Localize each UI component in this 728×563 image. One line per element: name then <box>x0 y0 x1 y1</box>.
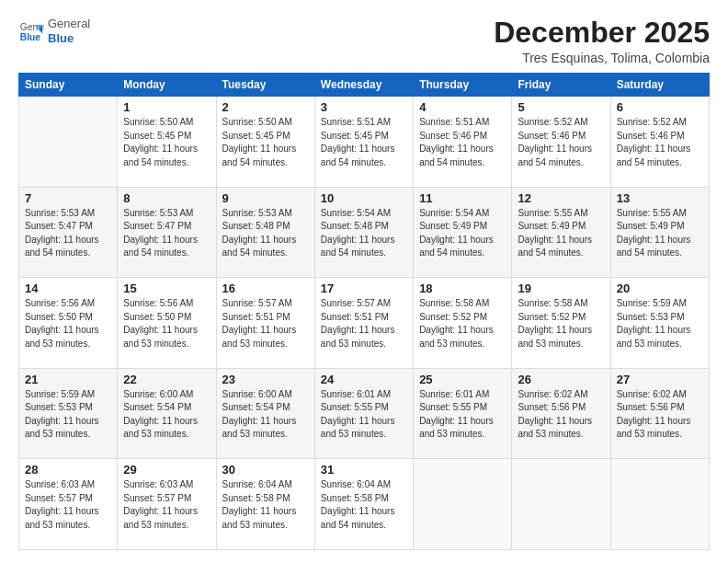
day-cell: 17Sunrise: 5:57 AMSunset: 5:51 PMDayligh… <box>314 278 413 369</box>
col-header-friday: Friday <box>512 74 610 97</box>
day-number: 31 <box>321 463 407 477</box>
week-row-4: 21Sunrise: 5:59 AMSunset: 5:53 PMDayligh… <box>19 368 710 459</box>
day-info: Sunrise: 6:02 AMSunset: 5:56 PMDaylight:… <box>518 388 604 442</box>
day-info: Sunrise: 5:58 AMSunset: 5:52 PMDaylight:… <box>518 297 604 350</box>
day-cell: 30Sunrise: 6:04 AMSunset: 5:58 PMDayligh… <box>216 459 314 550</box>
logo-text: General Blue <box>48 17 90 45</box>
day-info: Sunrise: 5:56 AMSunset: 5:50 PMDaylight:… <box>25 297 111 350</box>
day-cell: 25Sunrise: 6:01 AMSunset: 5:55 PMDayligh… <box>414 368 512 459</box>
day-number: 17 <box>321 282 407 295</box>
day-cell: 26Sunrise: 6:02 AMSunset: 5:56 PMDayligh… <box>512 368 610 459</box>
day-info: Sunrise: 6:02 AMSunset: 5:56 PMDaylight:… <box>617 388 703 442</box>
day-number: 18 <box>419 282 506 295</box>
day-number: 30 <box>222 463 309 477</box>
day-info: Sunrise: 5:51 AMSunset: 5:46 PMDaylight:… <box>419 116 506 169</box>
day-info: Sunrise: 5:57 AMSunset: 5:51 PMDaylight:… <box>321 297 407 350</box>
day-info: Sunrise: 6:04 AMSunset: 5:58 PMDaylight:… <box>222 478 309 532</box>
day-cell: 6Sunrise: 5:52 AMSunset: 5:46 PMDaylight… <box>610 97 709 188</box>
day-cell: 19Sunrise: 5:58 AMSunset: 5:52 PMDayligh… <box>512 278 610 369</box>
day-cell: 29Sunrise: 6:03 AMSunset: 5:57 PMDayligh… <box>118 459 216 550</box>
header: General Blue General Blue December 2025 … <box>18 17 710 65</box>
day-number: 26 <box>518 373 604 386</box>
day-number: 9 <box>222 191 309 205</box>
day-number: 21 <box>25 373 111 386</box>
day-number: 1 <box>123 100 210 114</box>
day-number: 2 <box>222 100 309 114</box>
day-number: 4 <box>419 100 506 114</box>
week-row-5: 28Sunrise: 6:03 AMSunset: 5:57 PMDayligh… <box>19 459 710 550</box>
day-number: 3 <box>321 100 407 114</box>
calendar-table: SundayMondayTuesdayWednesdayThursdayFrid… <box>18 73 710 550</box>
day-cell: 18Sunrise: 5:58 AMSunset: 5:52 PMDayligh… <box>414 278 512 369</box>
day-cell: 4Sunrise: 5:51 AMSunset: 5:46 PMDaylight… <box>414 97 512 188</box>
day-cell: 15Sunrise: 5:56 AMSunset: 5:50 PMDayligh… <box>118 278 216 369</box>
day-info: Sunrise: 6:03 AMSunset: 5:57 PMDaylight:… <box>25 478 111 532</box>
day-info: Sunrise: 5:50 AMSunset: 5:45 PMDaylight:… <box>123 116 210 169</box>
col-header-sunday: Sunday <box>19 74 118 97</box>
day-number: 19 <box>518 282 604 295</box>
col-header-wednesday: Wednesday <box>314 74 413 97</box>
day-number: 16 <box>222 282 309 295</box>
day-number: 15 <box>123 282 210 295</box>
day-cell: 24Sunrise: 6:01 AMSunset: 5:55 PMDayligh… <box>314 368 413 459</box>
day-cell: 22Sunrise: 6:00 AMSunset: 5:54 PMDayligh… <box>118 368 216 459</box>
day-info: Sunrise: 5:55 AMSunset: 5:49 PMDaylight:… <box>617 207 703 260</box>
day-number: 8 <box>123 191 210 205</box>
day-number: 29 <box>123 463 210 477</box>
col-header-thursday: Thursday <box>414 74 512 97</box>
col-header-saturday: Saturday <box>610 74 709 97</box>
day-number: 28 <box>25 463 111 477</box>
day-info: Sunrise: 5:53 AMSunset: 5:48 PMDaylight:… <box>222 207 309 260</box>
day-cell <box>19 97 118 188</box>
day-cell: 9Sunrise: 5:53 AMSunset: 5:48 PMDaylight… <box>216 187 314 278</box>
week-row-2: 7Sunrise: 5:53 AMSunset: 5:47 PMDaylight… <box>19 187 710 278</box>
day-number: 24 <box>321 373 407 386</box>
day-cell: 8Sunrise: 5:53 AMSunset: 5:47 PMDaylight… <box>118 187 216 278</box>
day-cell: 14Sunrise: 5:56 AMSunset: 5:50 PMDayligh… <box>19 278 118 369</box>
page: General Blue General Blue December 2025 … <box>0 0 728 563</box>
day-cell: 31Sunrise: 6:04 AMSunset: 5:58 PMDayligh… <box>314 459 413 550</box>
day-number: 22 <box>123 373 210 386</box>
calendar-header-row: SundayMondayTuesdayWednesdayThursdayFrid… <box>19 74 710 97</box>
day-info: Sunrise: 5:53 AMSunset: 5:47 PMDaylight:… <box>123 207 210 260</box>
week-row-3: 14Sunrise: 5:56 AMSunset: 5:50 PMDayligh… <box>19 278 710 369</box>
col-header-monday: Monday <box>118 74 216 97</box>
day-number: 11 <box>419 191 506 205</box>
day-cell: 12Sunrise: 5:55 AMSunset: 5:49 PMDayligh… <box>512 187 610 278</box>
day-cell <box>414 459 512 550</box>
day-cell: 20Sunrise: 5:59 AMSunset: 5:53 PMDayligh… <box>610 278 709 369</box>
day-cell: 11Sunrise: 5:54 AMSunset: 5:49 PMDayligh… <box>414 187 512 278</box>
day-cell: 5Sunrise: 5:52 AMSunset: 5:46 PMDaylight… <box>512 97 610 188</box>
day-info: Sunrise: 6:04 AMSunset: 5:58 PMDaylight:… <box>321 478 407 532</box>
location: Tres Esquinas, Tolima, Colombia <box>494 51 710 65</box>
day-number: 20 <box>617 282 703 295</box>
col-header-tuesday: Tuesday <box>216 74 314 97</box>
day-info: Sunrise: 5:52 AMSunset: 5:46 PMDaylight:… <box>518 116 604 169</box>
day-cell: 16Sunrise: 5:57 AMSunset: 5:51 PMDayligh… <box>216 278 314 369</box>
day-cell: 13Sunrise: 5:55 AMSunset: 5:49 PMDayligh… <box>610 187 709 278</box>
day-info: Sunrise: 6:01 AMSunset: 5:55 PMDaylight:… <box>321 388 407 442</box>
day-number: 5 <box>518 100 604 114</box>
day-number: 6 <box>617 100 703 114</box>
day-info: Sunrise: 5:59 AMSunset: 5:53 PMDaylight:… <box>25 388 111 442</box>
day-info: Sunrise: 5:57 AMSunset: 5:51 PMDaylight:… <box>222 297 309 350</box>
calendar-body: 1Sunrise: 5:50 AMSunset: 5:45 PMDaylight… <box>19 97 710 550</box>
day-number: 23 <box>222 373 309 386</box>
day-cell: 28Sunrise: 6:03 AMSunset: 5:57 PMDayligh… <box>19 459 118 550</box>
day-info: Sunrise: 5:51 AMSunset: 5:45 PMDaylight:… <box>321 116 407 169</box>
logo-icon: General Blue <box>18 18 44 44</box>
day-cell: 23Sunrise: 6:00 AMSunset: 5:54 PMDayligh… <box>216 368 314 459</box>
day-number: 10 <box>321 191 407 205</box>
logo: General Blue General Blue <box>18 17 90 45</box>
day-info: Sunrise: 5:53 AMSunset: 5:47 PMDaylight:… <box>25 207 111 260</box>
day-info: Sunrise: 5:59 AMSunset: 5:53 PMDaylight:… <box>617 297 703 350</box>
month-title: December 2025 <box>494 17 710 49</box>
day-number: 25 <box>419 373 506 386</box>
day-number: 7 <box>25 191 111 205</box>
day-info: Sunrise: 5:56 AMSunset: 5:50 PMDaylight:… <box>123 297 210 350</box>
day-cell: 3Sunrise: 5:51 AMSunset: 5:45 PMDaylight… <box>314 97 413 188</box>
day-number: 13 <box>617 191 703 205</box>
day-cell <box>512 459 610 550</box>
day-cell: 27Sunrise: 6:02 AMSunset: 5:56 PMDayligh… <box>610 368 709 459</box>
day-info: Sunrise: 5:50 AMSunset: 5:45 PMDaylight:… <box>222 116 309 169</box>
